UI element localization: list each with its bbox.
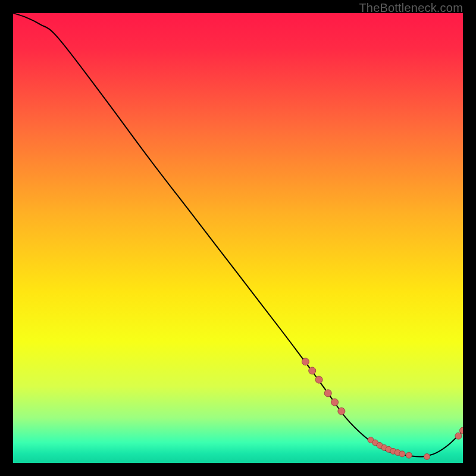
data-dot <box>455 433 462 439</box>
bottleneck-chart <box>13 13 463 463</box>
data-dot <box>309 367 316 374</box>
gradient-background <box>13 13 463 463</box>
data-dot <box>315 376 322 383</box>
data-dot <box>324 390 331 397</box>
data-dot <box>338 408 345 415</box>
watermark-text: TheBottleneck.com <box>359 1 463 15</box>
data-dot <box>406 452 412 458</box>
chart-stage: TheBottleneck.com <box>0 0 476 476</box>
data-dot <box>424 453 430 459</box>
data-dot <box>331 399 339 406</box>
data-dot <box>302 358 309 365</box>
data-dot <box>399 451 405 457</box>
